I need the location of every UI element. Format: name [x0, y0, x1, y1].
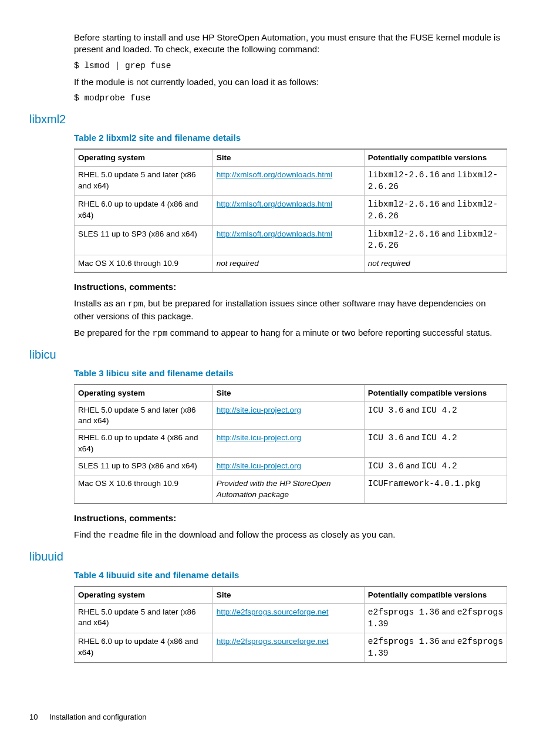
intro-paragraph: Before starting to install and use HP St…	[74, 32, 507, 56]
link-icu-project[interactable]: http://site.icu-project.org	[217, 433, 301, 442]
table-row: RHEL 5.0 update 5 and later (x86 and x64…	[75, 604, 507, 633]
table-row: SLES 11 up to SP3 (x86 and x64) http://x…	[75, 225, 507, 255]
cell-os: RHEL 5.0 update 5 and later (x86 and x64…	[75, 402, 213, 430]
cell-os: RHEL 5.0 update 5 and later (x86 and x64…	[75, 167, 213, 196]
cell-os: RHEL 6.0 up to update 4 (x86 and x64)	[75, 196, 213, 225]
table-row: Mac OS X 10.6 through 10.9 not required …	[75, 255, 507, 272]
cell-ver: libxml2-2.6.16 and libxml2-2.6.26	[364, 225, 507, 255]
table-libuuid: Operating system Site Potentially compat…	[74, 586, 507, 663]
cell-ver: e2fsprogs 1.36 and e2fsprogs 1.39	[364, 633, 507, 663]
cell-ver: not required	[364, 255, 507, 272]
table-row: RHEL 5.0 update 5 and later (x86 and x64…	[75, 167, 507, 196]
table-row: RHEL 6.0 up to update 4 (x86 and x64) ht…	[75, 196, 507, 225]
table-row: RHEL 6.0 up to update 4 (x86 and x64) ht…	[75, 633, 507, 663]
cell-ver: ICU 3.6 and ICU 4.2	[364, 457, 507, 475]
cell-os: Mac OS X 10.6 through 10.9	[75, 255, 213, 272]
cell-site: http://e2fsprogs.sourceforge.net	[212, 633, 364, 663]
cell-ver: e2fsprogs 1.36 and e2fsprogs 1.39	[364, 604, 507, 633]
cell-os: RHEL 6.0 up to update 4 (x86 and x64)	[75, 430, 213, 457]
th-os: Operating system	[75, 384, 213, 402]
th-os: Operating system	[75, 586, 213, 604]
cell-ver: libxml2-2.6.16 and libxml2-2.6.26	[364, 167, 507, 196]
link-icu-project[interactable]: http://site.icu-project.org	[217, 406, 301, 414]
instructions-text: Find the readme file in the download and…	[74, 529, 507, 542]
instructions-heading: Instructions, comments:	[74, 512, 507, 524]
th-site: Site	[212, 149, 364, 167]
th-ver: Potentially compatible versions	[364, 384, 507, 402]
table-title-libxml2: Table 2 libxml2 site and filename detail…	[74, 132, 507, 144]
cell-os: SLES 11 up to SP3 (x86 and x64)	[75, 457, 213, 475]
link-icu-project[interactable]: http://site.icu-project.org	[217, 461, 301, 470]
instructions-heading: Instructions, comments:	[74, 281, 507, 293]
table-libicu: Operating system Site Potentially compat…	[74, 384, 507, 504]
cell-ver: ICU 3.6 and ICU 4.2	[364, 402, 507, 430]
section-heading-libxml2: libxml2	[29, 112, 507, 127]
cell-site: http://xmlsoft.org/downloads.html	[212, 225, 364, 255]
intro-paragraph-2: If the module is not currently loaded, y…	[74, 76, 507, 88]
table-row: Mac OS X 10.6 through 10.9 Provided with…	[75, 475, 507, 504]
instructions-text: Be prepared for the rpm command to appea…	[74, 327, 507, 340]
th-ver: Potentially compatible versions	[364, 586, 507, 604]
cell-ver: ICU 3.6 and ICU 4.2	[364, 430, 507, 457]
cell-os: SLES 11 up to SP3 (x86 and x64)	[75, 225, 213, 255]
cell-ver: ICUFramework-4.0.1.pkg	[364, 475, 507, 504]
instructions-text: Installs as an rpm, but be prepared for …	[74, 298, 507, 322]
command-modprobe: $ modprobe fuse	[74, 93, 507, 104]
table-row: SLES 11 up to SP3 (x86 and x64) http://s…	[75, 457, 507, 475]
section-heading-libuuid: libuuid	[29, 549, 507, 565]
cell-site: http://site.icu-project.org	[212, 402, 364, 430]
link-xmlsoft[interactable]: http://xmlsoft.org/downloads.html	[217, 170, 332, 179]
cell-site: http://site.icu-project.org	[212, 430, 364, 457]
cell-site: Provided with the HP StoreOpen Automatio…	[212, 475, 364, 504]
link-e2fsprogs[interactable]: http://e2fsprogs.sourceforge.net	[217, 607, 329, 616]
cell-os: RHEL 5.0 update 5 and later (x86 and x64…	[75, 604, 213, 633]
cell-site: http://xmlsoft.org/downloads.html	[212, 167, 364, 196]
cell-site: http://xmlsoft.org/downloads.html	[212, 196, 364, 225]
th-site: Site	[212, 586, 364, 604]
table-title-libuuid: Table 4 libuuid site and filename detail…	[74, 569, 507, 581]
link-xmlsoft[interactable]: http://xmlsoft.org/downloads.html	[217, 229, 332, 238]
link-e2fsprogs[interactable]: http://e2fsprogs.sourceforge.net	[217, 637, 329, 646]
link-xmlsoft[interactable]: http://xmlsoft.org/downloads.html	[217, 200, 332, 208]
table-title-libicu: Table 3 libicu site and filename details	[74, 367, 507, 379]
cell-site: http://e2fsprogs.sourceforge.net	[212, 604, 364, 633]
cell-ver: libxml2-2.6.16 and libxml2-2.6.26	[364, 196, 507, 225]
th-site: Site	[212, 384, 364, 402]
cell-site: not required	[212, 255, 364, 272]
cell-os: RHEL 6.0 up to update 4 (x86 and x64)	[75, 633, 213, 663]
th-ver: Potentially compatible versions	[364, 149, 507, 167]
cell-os: Mac OS X 10.6 through 10.9	[75, 475, 213, 504]
table-row: RHEL 6.0 up to update 4 (x86 and x64) ht…	[75, 430, 507, 457]
table-row: RHEL 5.0 update 5 and later (x86 and x64…	[75, 402, 507, 430]
table-libxml2: Operating system Site Potentially compat…	[74, 148, 507, 273]
cell-site: http://site.icu-project.org	[212, 457, 364, 475]
command-lsmod: $ lsmod | grep fuse	[74, 60, 507, 72]
section-heading-libicu: libicu	[29, 347, 507, 363]
th-os: Operating system	[75, 149, 213, 167]
